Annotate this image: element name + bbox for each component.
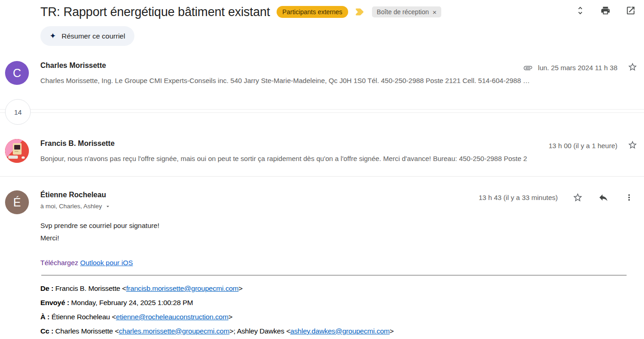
body-text-line: Merci! xyxy=(40,234,59,242)
sparkle-icon: ✦ xyxy=(50,32,56,40)
collapsed-message-francis[interactable]: Francis B. Morissette 13 h 00 (il y a 1 … xyxy=(0,135,644,171)
collapsed-thread-line xyxy=(0,109,644,110)
sender-name: Francis B. Morissette xyxy=(40,139,115,148)
attachment-icon xyxy=(523,63,533,72)
cc-name-2: >; Ashley Dawkes < xyxy=(229,327,290,335)
from-email-link[interactable]: francisb.morissette@groupecmi.com xyxy=(126,284,239,292)
download-outlook-line: Téléchargez Outlook pour iOS xyxy=(40,259,133,267)
star-icon[interactable] xyxy=(627,62,638,73)
print-icon[interactable] xyxy=(600,5,611,17)
sent-label: Envoyé : xyxy=(40,299,69,306)
email-thread-view: TR: Rapport énergétique bâtiment existan… xyxy=(0,0,644,339)
download-prefix-text: Téléchargez xyxy=(40,259,78,267)
message-meta: 13 h 43 (il y a 33 minutes) xyxy=(478,191,635,203)
to-email-link[interactable]: etienne@rocheleauconstruction.com xyxy=(116,313,228,321)
star-icon[interactable] xyxy=(572,191,583,203)
cc-email-link-2[interactable]: ashley.dawkes@groupecmi.com xyxy=(290,327,390,335)
outlook-ios-link[interactable]: Outlook pour iOS xyxy=(80,259,133,267)
quoted-cc-line: Cc : Charles Morissette <charles.morisse… xyxy=(40,327,394,335)
message-meta: lun. 25 mars 2024 11 h 38 xyxy=(523,62,638,73)
star-icon[interactable] xyxy=(627,140,638,151)
avatar[interactable] xyxy=(5,139,29,163)
summarize-email-button[interactable]: ✦ Résumer ce courriel xyxy=(40,26,134,46)
subject-row: TR: Rapport énergétique bâtiment existan… xyxy=(40,2,441,22)
retro-computer-avatar-illustration xyxy=(5,139,29,163)
header-actions xyxy=(574,5,637,17)
summarize-label: Résumer ce courriel xyxy=(61,32,125,40)
cc-label: Cc : xyxy=(40,327,53,335)
cc-name-1: Charles Morissette < xyxy=(53,327,119,335)
sent-value: Monday, February 24, 2025 1:00:28 PM xyxy=(69,299,193,306)
open-in-new-icon[interactable] xyxy=(625,5,637,17)
avatar[interactable]: C xyxy=(5,61,29,85)
sender-name: Charles Morissette xyxy=(40,61,106,70)
important-marker-icon xyxy=(355,6,366,17)
quoted-sent-line: Envoyé : Monday, February 24, 2025 1:00:… xyxy=(40,299,193,307)
avatar[interactable]: É xyxy=(5,190,29,214)
message-meta: 13 h 00 (il y a 1 heure) xyxy=(549,140,638,151)
from-name: Francis B. Morissette < xyxy=(53,284,126,292)
expand-all-icon[interactable] xyxy=(574,5,586,17)
external-participants-badge: Participants externes xyxy=(277,6,349,18)
message-date: 13 h 00 (il y a 1 heure) xyxy=(549,142,617,150)
message-date: 13 h 43 (il y a 33 minutes) xyxy=(478,194,558,201)
message-snippet: Charles Morissette, Ing. Le Groupe CMI E… xyxy=(40,77,638,84)
inbox-label[interactable]: Boîte de réception × xyxy=(372,6,441,17)
collapsed-thread-line xyxy=(0,112,644,113)
quoted-from-line: De : Francis B. Morissette <francisb.mor… xyxy=(40,284,243,293)
inbox-label-text: Boîte de réception xyxy=(377,8,429,16)
avatar-letter: É xyxy=(13,196,21,209)
recipients-text: à moi, Charles, Ashley xyxy=(40,203,102,210)
expanded-message-header[interactable]: É Étienne Rocheleau à moi, Charles, Ashl… xyxy=(0,187,644,219)
recipients-summary[interactable]: à moi, Charles, Ashley xyxy=(40,203,111,210)
message-snippet: Bonjour, nous n'avons pas reçu l'offre s… xyxy=(40,155,638,162)
collapsed-messages-count[interactable]: 14 xyxy=(5,99,31,125)
show-details-dropdown-icon[interactable] xyxy=(105,203,111,210)
quoted-message-separator xyxy=(41,275,627,276)
message-date: lun. 25 mars 2024 11 h 38 xyxy=(538,64,617,72)
body-text-line: Svp prendre se courriel pour signature! xyxy=(40,222,159,229)
message-divider xyxy=(0,176,644,177)
label-close-icon[interactable]: × xyxy=(433,9,437,16)
collapsed-message-charles[interactable]: C Charles Morissette lun. 25 mars 2024 1… xyxy=(0,57,644,93)
to-label: À : xyxy=(40,313,50,321)
from-label: De : xyxy=(40,284,53,292)
reply-icon[interactable] xyxy=(597,191,609,203)
avatar-letter: C xyxy=(13,67,21,80)
to-name: Étienne Rocheleau < xyxy=(50,313,116,321)
email-subject: TR: Rapport énergétique bâtiment existan… xyxy=(40,5,270,19)
more-options-icon[interactable] xyxy=(623,191,635,203)
quoted-to-line: À : Étienne Rocheleau <etienne@rocheleau… xyxy=(40,313,233,321)
sender-name: Étienne Rocheleau xyxy=(40,191,106,199)
cc-email-link-1[interactable]: charles.morissette@groupecmi.com xyxy=(119,327,229,335)
